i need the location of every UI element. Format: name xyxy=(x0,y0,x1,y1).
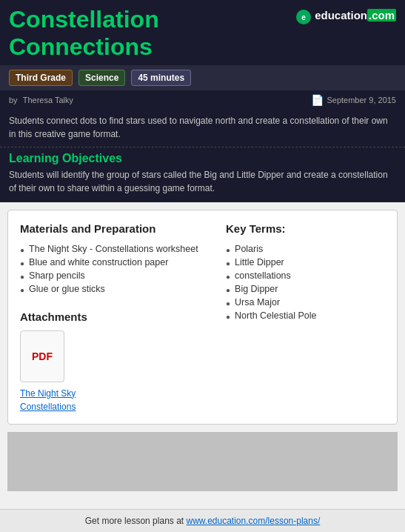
bullet-icon: ● xyxy=(20,273,24,281)
document-icon: 📄 xyxy=(311,94,324,106)
gray-area xyxy=(7,432,398,491)
pdf-icon: PDF xyxy=(20,330,64,382)
logo-text: education.com xyxy=(315,9,396,21)
footer-text: Get more lesson plans at xyxy=(85,516,187,526)
bullet-icon: ● xyxy=(20,259,24,267)
objectives-text: Students will identify the group of star… xyxy=(9,168,396,195)
terms-list: ● Polaris ● Little Dipper ● constellatio… xyxy=(226,242,385,322)
bullet-icon: ● xyxy=(226,259,230,267)
list-item: ● Big Dipper xyxy=(226,282,385,296)
list-item: ● Polaris xyxy=(226,242,385,256)
attachment-links: The Night Sky Constellations xyxy=(20,388,211,412)
date-block: 📄 September 9, 2015 xyxy=(311,94,396,106)
bullet-icon: ● xyxy=(20,286,24,294)
author-row: by Theresa Talky 📄 September 9, 2015 xyxy=(0,90,405,110)
materials-list: ● The Night Sky - Constellations workshe… xyxy=(20,242,211,296)
author-name: Theresa Talky xyxy=(23,96,73,104)
list-item: ● Sharp pencils xyxy=(20,269,211,282)
logo-icon: e xyxy=(295,9,312,25)
tags-row: Third Grade Science 45 minutes xyxy=(0,65,405,90)
key-terms-title: Key Terms: xyxy=(226,222,385,235)
attachment-link-2[interactable]: Constellations xyxy=(20,402,211,412)
attachment-link-1[interactable]: The Night Sky xyxy=(20,388,211,399)
bullet-icon: ● xyxy=(226,313,230,321)
subject-tag[interactable]: Science xyxy=(78,70,125,86)
author-info: by Theresa Talky xyxy=(9,96,73,104)
footer-link[interactable]: www.education.com/lesson-plans/ xyxy=(186,516,320,526)
header: Constellation Connections e education.co… xyxy=(0,0,405,65)
key-terms-column: Key Terms: ● Polaris ● Little Dipper ● c… xyxy=(226,222,385,412)
author-prefix: by xyxy=(9,96,18,104)
content-box: Materials and Preparation ● The Night Sk… xyxy=(7,210,398,425)
grade-tag[interactable]: Third Grade xyxy=(9,70,73,86)
date-text: September 9, 2015 xyxy=(327,96,396,104)
description-block: Students connect dots to find stars used… xyxy=(0,110,405,147)
list-item: ● The Night Sky - Constellations workshe… xyxy=(20,242,211,256)
pdf-label: PDF xyxy=(32,350,53,362)
bullet-icon: ● xyxy=(226,286,230,294)
footer: Get more lesson plans at www.education.c… xyxy=(0,509,405,532)
materials-column: Materials and Preparation ● The Night Sk… xyxy=(20,222,211,412)
title-block: Constellation Connections xyxy=(9,6,295,61)
page-title: Constellation Connections xyxy=(9,6,295,61)
bullet-icon: ● xyxy=(226,273,230,281)
list-item: ● Ursa Major xyxy=(226,296,385,309)
objectives-block: Learning Objectives Students will identi… xyxy=(0,147,405,202)
list-item: ● constellations xyxy=(226,269,385,282)
list-item: ● Little Dipper xyxy=(226,256,385,269)
attachments-section: Attachments PDF The Night Sky Constellat… xyxy=(20,310,211,412)
objectives-title: Learning Objectives xyxy=(9,152,396,165)
attachments-title: Attachments xyxy=(20,310,211,323)
logo-block: e education.com xyxy=(295,6,396,25)
description-text: Students connect dots to find stars used… xyxy=(9,116,388,139)
duration-tag[interactable]: 45 minutes xyxy=(131,70,191,86)
svg-text:e: e xyxy=(301,13,306,21)
bullet-icon: ● xyxy=(226,299,230,307)
list-item: ● North Celestial Pole xyxy=(226,309,385,322)
bullet-icon: ● xyxy=(226,246,230,254)
list-item: ● Glue or glue sticks xyxy=(20,282,211,296)
materials-title: Materials and Preparation xyxy=(20,222,211,235)
bullet-icon: ● xyxy=(20,246,24,254)
list-item: ● Blue and white construction paper xyxy=(20,256,211,269)
content-columns: Materials and Preparation ● The Night Sk… xyxy=(20,222,385,412)
